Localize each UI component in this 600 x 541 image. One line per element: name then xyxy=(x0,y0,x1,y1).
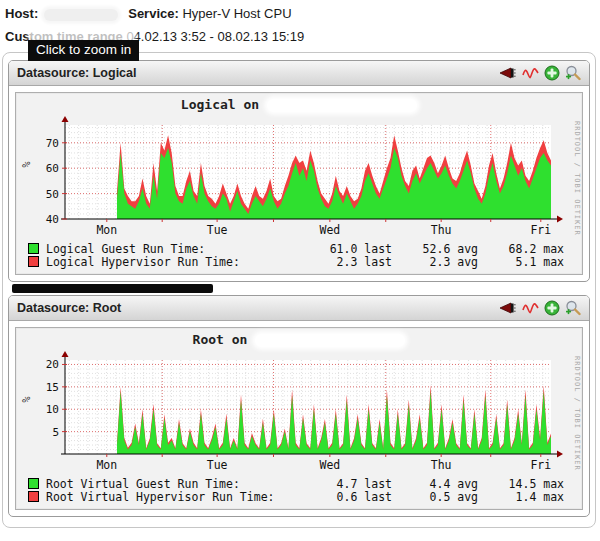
svg-text:Fri: Fri xyxy=(530,458,551,472)
svg-text:Mon: Mon xyxy=(96,223,117,237)
page-header: Host:Service: Hyper-V Host CPU xyxy=(0,0,600,21)
legend-label: Logical Guest Run Time: xyxy=(46,242,294,256)
graph-title-text: Logical on xyxy=(181,97,259,112)
legend-row-guest: Root Virtual Guest Run Time: 4.7 last 4.… xyxy=(28,477,572,490)
svg-text:5: 5 xyxy=(52,426,59,439)
search-icon[interactable] xyxy=(565,300,581,316)
logical-cpu-chart[interactable]: 40506070MonTueWedThuFri xyxy=(19,115,579,239)
panel-title: Datasource: Root xyxy=(17,301,499,315)
graph-title: Root on xyxy=(16,332,582,350)
plot-zone: % 5101520MonTueWedThuFri RRDTOOL / TOBI … xyxy=(19,350,579,474)
graph-line-icon[interactable] xyxy=(522,301,539,315)
time-range-value: 04.02.13 3:52 - 08.02.13 15:19 xyxy=(126,29,304,44)
legend-last-value: 2.3 last xyxy=(294,255,392,269)
legend-avg-value: 4.4 avg xyxy=(392,477,478,491)
rrd-graph-logical[interactable]: Logical on % 40506070MonTueWedThuFri RRD… xyxy=(15,92,583,275)
legend-row-hypervisor: Logical Hypervisor Run Time: 2.3 last 2.… xyxy=(28,255,572,268)
svg-text:60: 60 xyxy=(46,162,59,175)
root-cpu-chart[interactable]: 5101520MonTueWedThuFri xyxy=(19,350,579,474)
legend-label: Root Virtual Hypervisor Run Time: xyxy=(46,490,294,504)
zoom-in-icon[interactable] xyxy=(544,300,560,316)
svg-text:Wed: Wed xyxy=(319,223,340,237)
pnp4nagios-graph-page: { "page": { "host_label": "Host:", "serv… xyxy=(0,0,600,541)
legend-label: Root Virtual Guest Run Time: xyxy=(46,477,294,491)
legend-swatch-green xyxy=(28,478,39,489)
panel-datasource-logical: Datasource: Logical xyxy=(8,60,590,282)
panel-header-root: Datasource: Root xyxy=(9,296,589,321)
graph-title: Logical on xyxy=(16,97,582,115)
svg-text:Thu: Thu xyxy=(431,223,452,237)
plot-zone: % 40506070MonTueWedThuFri RRDTOOL / TOBI… xyxy=(19,115,579,239)
legend-avg-value: 52.6 avg xyxy=(392,242,478,256)
graph-legend: Root Virtual Guest Run Time: 4.7 last 4.… xyxy=(16,474,582,507)
legend-row-guest: Logical Guest Run Time: 61.0 last 52.6 a… xyxy=(28,242,572,255)
legend-last-value: 0.6 last xyxy=(294,490,392,504)
svg-text:Fri: Fri xyxy=(530,223,551,237)
legend-max-value: 14.5 max xyxy=(478,477,564,491)
search-icon[interactable] xyxy=(565,65,581,81)
legend-max-value: 68.2 max xyxy=(478,242,564,256)
legend-swatch-red xyxy=(28,491,39,502)
svg-text:Thu: Thu xyxy=(431,458,452,472)
graph-legend: Logical Guest Run Time: 61.0 last 52.6 a… xyxy=(16,239,582,272)
svg-text:50: 50 xyxy=(46,188,59,201)
legend-avg-value: 2.3 avg xyxy=(392,255,478,269)
rrd-graph-root[interactable]: Root on % 5101520MonTueWedThuFri RRDTOOL… xyxy=(15,327,583,510)
graph-line-icon[interactable] xyxy=(522,66,539,80)
svg-text:Mon: Mon xyxy=(96,458,117,472)
zoom-tooltip: Click to zoom in xyxy=(28,40,139,61)
panel-body: Root on % 5101520MonTueWedThuFri RRDTOOL… xyxy=(9,327,589,510)
service-value: Hyper-V Host CPU xyxy=(182,6,291,21)
host-label: Host: xyxy=(5,6,38,21)
graph-title-text: Root on xyxy=(193,332,248,347)
redacted-text-bar xyxy=(12,284,213,293)
redacted-hostname xyxy=(44,9,118,21)
panel-toolbar xyxy=(499,65,581,81)
legend-swatch-red xyxy=(28,256,39,267)
svg-text:20: 20 xyxy=(46,358,59,371)
legend-avg-value: 0.5 avg xyxy=(392,490,478,504)
y-axis-label: % xyxy=(21,161,32,167)
svg-text:Tue: Tue xyxy=(207,223,228,237)
legend-row-hypervisor: Root Virtual Hypervisor Run Time: 0.6 la… xyxy=(28,490,572,503)
panel-datasource-root: Datasource: Root xyxy=(8,295,590,517)
legend-max-value: 5.1 max xyxy=(478,255,564,269)
service-label: Service: xyxy=(128,6,179,21)
rrdtool-watermark: RRDTOOL / TOBI OETIKER xyxy=(573,121,581,236)
panel-toolbar xyxy=(499,300,581,316)
legend-swatch-green xyxy=(28,243,39,254)
legend-label: Logical Hypervisor Run Time: xyxy=(46,255,294,269)
zoom-in-icon[interactable] xyxy=(544,65,560,81)
svg-text:70: 70 xyxy=(46,137,59,150)
panel-header-logical: Datasource: Logical xyxy=(9,61,589,86)
svg-text:Tue: Tue xyxy=(207,458,228,472)
rrdtool-watermark: RRDTOOL / TOBI OETIKER xyxy=(573,356,581,471)
svg-text:10: 10 xyxy=(46,403,59,416)
megaphone-icon[interactable] xyxy=(499,65,517,81)
legend-last-value: 4.7 last xyxy=(294,477,392,491)
panel-body: Logical on % 40506070MonTueWedThuFri RRD… xyxy=(9,92,589,275)
redacted-graph-hostname xyxy=(255,334,405,347)
redacted-graph-hostname xyxy=(267,99,417,112)
svg-text:40: 40 xyxy=(46,213,59,226)
svg-text:15: 15 xyxy=(46,381,59,394)
svg-text:Wed: Wed xyxy=(319,458,340,472)
legend-max-value: 1.4 max xyxy=(478,490,564,504)
panel-title: Datasource: Logical xyxy=(17,66,499,80)
y-axis-label: % xyxy=(21,396,32,402)
legend-last-value: 61.0 last xyxy=(294,242,392,256)
megaphone-icon[interactable] xyxy=(499,300,517,316)
